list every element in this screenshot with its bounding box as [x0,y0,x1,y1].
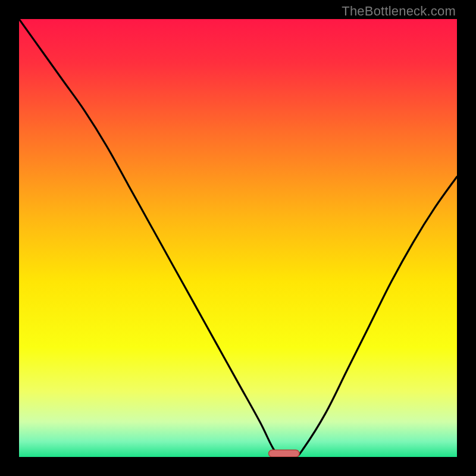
plot-area [19,19,457,457]
watermark-text: TheBottleneck.com [342,4,456,19]
optimal-range-marker [269,450,300,457]
bottleneck-curve [19,19,457,457]
chart-svg [19,19,457,457]
chart-frame: TheBottleneck.com [0,0,476,476]
